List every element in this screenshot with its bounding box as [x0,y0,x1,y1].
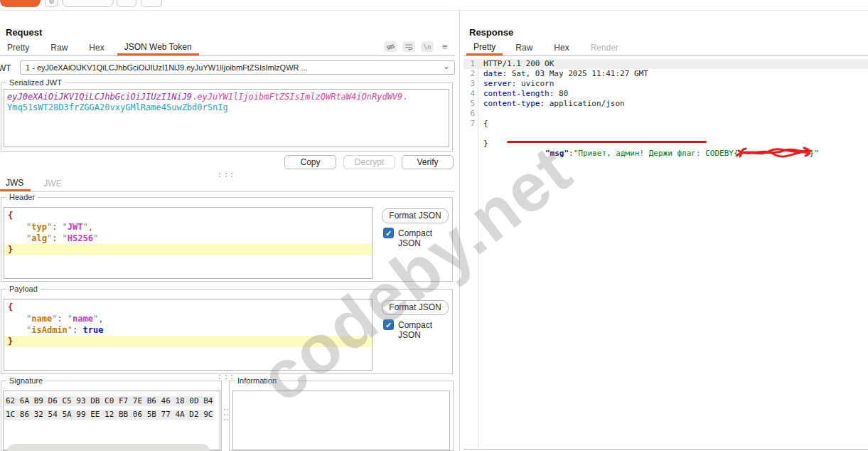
horizontal-splitter-handle[interactable] [219,375,235,380]
response-bottom-border [464,449,868,450]
tab-response-pretty[interactable]: Pretty [466,40,503,55]
request-panel-title: Request [6,27,42,38]
signature-hex-row: 1C 86 32 54 5A 99 EE 12 BB 06 5B 77 4A D… [4,410,214,420]
copy-button[interactable]: Copy [284,155,336,169]
chevron-down-icon: ⌄ [443,60,450,73]
tab-response-hex[interactable]: Hex [552,41,570,55]
jwt-dot: . [402,92,407,102]
jwt-signature-part: Ymq51sWT28D3frZGGA20vxyGMlRame4SuwZbd0rS… [7,102,446,113]
tab-request-pretty[interactable]: Pretty [6,41,31,55]
response-panel-title: Response [469,27,513,38]
vertical-splitter-handle[interactable] [223,409,228,422]
tab-request-json-web-token[interactable]: JSON Web Token [117,40,199,55]
serialized-jwt-editor[interactable]: eyJ0eXAiOiJKV1QiLCJhbGciOiJIUzI1NiJ9.eyJ… [4,89,449,147]
payload-compact-json-checkbox[interactable]: ✓ [383,319,394,330]
horizontal-scrollbar-thumb[interactable] [7,444,210,451]
payload-group-legend: Payload [6,285,41,293]
serialized-jwt-legend: Serialized JWT [6,78,65,87]
information-group: Information [229,381,454,451]
tab-request-raw[interactable]: Raw [49,41,69,55]
signature-hex-editor[interactable]: 62 6A B9 D6 C5 93 DB C0 F7 7E B6 46 18 0… [3,391,220,450]
panel-divider[interactable] [459,11,460,451]
jwt-payload-part: eyJuYW1lIjoibmFtZSIsImlzQWRtaW4iOnRydWV9 [197,92,402,102]
back-button[interactable] [117,0,136,7]
signature-group: Signature 62 6A B9 D6 C5 93 DB C0 F7 7E … [1,381,222,451]
check-icon: ✓ [385,321,392,329]
header-format-json-button[interactable]: Format JSON [382,208,449,223]
response-msg-line: "msg":"Привет, админ! Держи флаг: CODEBY… [464,129,868,139]
verify-button[interactable]: Verify [402,155,454,169]
information-group-legend: Information [235,376,279,385]
red-underline-annotation [507,141,707,143]
payload-format-json-button[interactable]: Format JSON [382,300,449,315]
msg-value: "Привет, админ! Держи флаг: CODEBY{ [574,149,739,158]
wrap-lines-button[interactable] [402,41,415,52]
tab-jwe[interactable]: JWE [42,176,63,191]
tab-response-render[interactable]: Render [589,41,620,55]
response-editor[interactable]: 1HTTP/1.1 200 OK 2date: Sat, 03 May 2025… [464,59,868,449]
jwt-select[interactable]: 1 - eyJ0eXAiOiJKV1QiLCJhbGciOiJIUzI1NiJ9… [20,60,455,75]
header-json-editor[interactable]: { "typ": "JWT", "alg": "HS256" } [4,207,373,279]
response-tab-bar: Pretty Raw Hex Render [473,41,638,55]
jwt-select-value: 1 - eyJ0eXAiOiJKV1QiLCJhbGciOiJIUzI1NiJ9… [26,63,308,72]
header-compact-json-label: Compact JSON [398,228,452,248]
msg-key: "msg" [545,149,569,158]
show-newlines-button[interactable]: \n [421,41,434,52]
hamburger-menu-icon[interactable]: ≡ [442,42,448,51]
information-editor[interactable] [232,391,450,450]
tab-request-hex[interactable]: Hex [87,41,105,55]
jws-jwe-tab-bar: JWS JWE [6,176,82,191]
payload-compact-json-label: Compact JSON [398,320,452,340]
forward-button[interactable] [141,0,162,7]
gear-icon[interactable]: ⚙ [45,0,58,7]
request-tab-bar: Pretty Raw Hex JSON Web Token [6,41,210,55]
response-line: content-type: application/json [483,99,625,109]
tab-response-raw[interactable]: Raw [514,41,534,55]
horizontal-splitter-handle[interactable] [219,173,235,178]
signature-hex-row: 62 6A B9 D6 C5 93 DB C0 F7 7E B6 46 18 0… [4,396,214,406]
newline-icon: \n [424,43,432,51]
jwt-header-part: eyJ0eXAiOiJKV1QiLCJhbGciOiJIUzI1NiJ9 [7,92,192,102]
response-line: server: uvicorn [483,79,554,89]
target-selector[interactable] [62,0,114,7]
request-tabline [0,55,455,56]
response-line: date: Sat, 03 May 2025 11:41:27 GMT [483,69,648,79]
response-tabline [464,55,868,56]
decrypt-button[interactable]: Decrypt [343,155,395,169]
burp-repeater-screen: ⚙ Request Pretty Raw Hex JSON Web Token … [0,0,868,451]
jws-header-group: Header { "typ": "JWT", "alg": "HS256" } … [1,197,453,282]
check-icon: ✓ [385,229,392,238]
response-close-brace: } [483,139,488,149]
signature-group-legend: Signature [6,376,45,385]
tab-jws[interactable]: JWS [0,176,31,191]
response-line: HTTP/1.1 200 OK [483,59,554,69]
jws-payload-group: Payload { "name": "name", "isAdmin": tru… [1,289,453,374]
response-line: { [483,119,488,129]
header-compact-json-checkbox[interactable]: ✓ [383,228,394,238]
header-group-legend: Header [6,193,38,201]
send-button[interactable] [0,0,41,7]
toolbar-divider [0,10,868,11]
redaction-scribble [739,150,810,157]
hide-nonprintable-button[interactable] [384,41,397,52]
payload-json-editor[interactable]: { "name": "name", "isAdmin": true } [4,299,373,371]
wrap-lines-icon [404,43,413,51]
jws-tabline [0,191,455,192]
jwt-combo-label: JWT [0,63,11,73]
response-line: content-length: 80 [483,89,568,99]
serialized-jwt-group: Serialized JWT eyJ0eXAiOiJKV1QiLCJhbGciO… [1,83,453,152]
eye-off-icon [386,43,395,51]
